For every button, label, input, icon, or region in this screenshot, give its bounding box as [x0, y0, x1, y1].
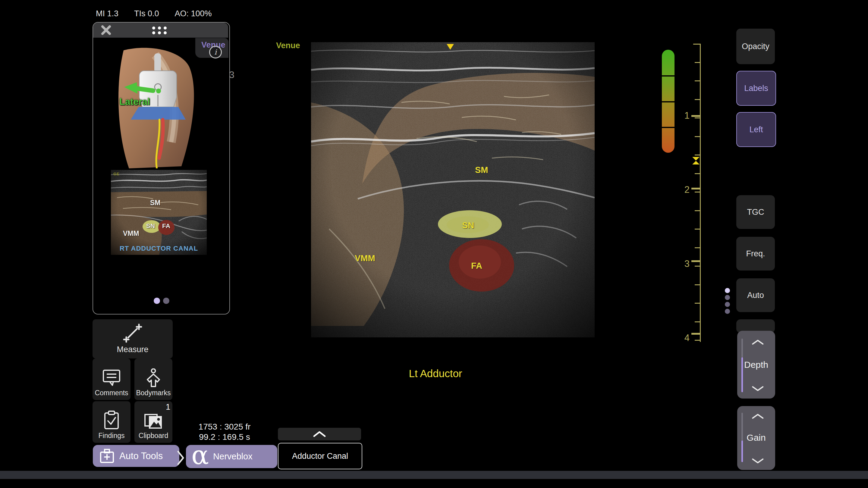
ge-logo: GE — [113, 172, 120, 176]
toolbox-icon — [99, 449, 115, 463]
chevron-right-icon — [177, 450, 185, 466]
page-dot[interactable] — [725, 302, 730, 307]
acoustic-output-status: MI 1.3 TIs 0.0 AO: 100% — [96, 9, 212, 19]
page-dot-active[interactable] — [154, 298, 160, 304]
thumb-label-sn: SN — [146, 222, 155, 230]
preset-label: Adductor Canal — [292, 452, 348, 461]
scan-label-sm: SM — [475, 165, 488, 175]
colorbar-divider — [662, 101, 675, 102]
drag-grid-icon[interactable] — [152, 26, 167, 35]
probe-direction-label: Lateral — [119, 96, 150, 107]
depth-track-fill — [741, 357, 743, 392]
tis-value: TIs 0.0 — [134, 9, 159, 19]
comment-bubble-icon — [102, 369, 121, 387]
gain-control[interactable]: Gain — [737, 406, 775, 470]
gain-up-icon[interactable] — [751, 413, 764, 419]
reference-thumbnail-image — [111, 170, 207, 255]
probe-orientation-marker — [447, 44, 454, 50]
freq-button[interactable]: Freq. — [736, 237, 775, 270]
venue-brand-label: Venue — [276, 41, 300, 50]
thumb-label-sm: SM — [150, 199, 161, 207]
ruler-mark-2: 2 — [678, 184, 689, 195]
findings-button[interactable]: Findings — [93, 401, 130, 443]
ruler-mark-1: 1 — [678, 110, 689, 121]
bodymarks-button[interactable]: Bodymarks — [134, 358, 173, 400]
page-dot[interactable] — [163, 298, 169, 304]
taskbar-strip — [0, 471, 868, 479]
thumb-label-fa: FA — [162, 222, 170, 230]
nerveblox-alpha-icon: α — [191, 446, 209, 464]
depth-up-icon[interactable] — [751, 339, 764, 345]
reference-thumbnail[interactable] — [111, 170, 207, 255]
scan-label-fa: FA — [471, 261, 482, 271]
measure-button[interactable]: Measure — [93, 319, 173, 358]
scan-label-vmm: VMM — [355, 253, 375, 263]
opacity-button[interactable]: Opacity — [736, 29, 775, 64]
clipped-text: 3 — [229, 69, 235, 80]
scan-label-sn: SN — [462, 221, 474, 230]
measure-label: Measure — [117, 345, 148, 354]
depth-ruler-major-ticks — [691, 44, 700, 340]
frame-counter: 1753 : 3025 fr — [184, 422, 265, 432]
depth-track — [741, 338, 743, 357]
preset-expander-button[interactable] — [278, 428, 361, 441]
colorbar-divider — [662, 127, 675, 128]
clipboard-count-badge: 1 — [166, 402, 170, 412]
nerveblox-label: Nerveblox — [213, 452, 253, 461]
thumb-label-vmm: VMM — [123, 230, 139, 238]
ultrasound-image[interactable] — [311, 42, 595, 337]
nerveblox-button[interactable]: α Nerveblox — [186, 445, 277, 468]
gain-down-icon[interactable] — [751, 458, 764, 464]
comments-label: Comments — [95, 389, 128, 397]
gain-track — [741, 413, 743, 441]
tgc-button[interactable]: TGC — [736, 195, 775, 229]
scan-annotation: Lt Adductor — [393, 367, 478, 380]
findings-label: Findings — [98, 432, 125, 440]
auto-button[interactable]: Auto — [736, 278, 775, 312]
bodymarks-label: Bodymarks — [136, 389, 170, 397]
info-icon[interactable]: i — [209, 46, 222, 59]
depth-ruler — [700, 44, 701, 342]
depth-down-icon[interactable] — [751, 386, 764, 392]
controls-page-indicator[interactable] — [725, 288, 730, 314]
focus-marker-icon[interactable] — [692, 161, 700, 164]
ultrasound-render — [311, 42, 595, 337]
auto-tools-button[interactable]: Auto Tools — [93, 445, 179, 467]
guidance-panel-header — [93, 23, 228, 38]
auto-tools-label: Auto Tools — [119, 451, 163, 461]
caliper-icon — [123, 323, 143, 343]
bodymark-person-icon — [146, 368, 161, 387]
thumb-caption: RT ADDUCTOR CANAL — [111, 245, 207, 253]
page-dot[interactable] — [725, 309, 730, 314]
gain-track-fill — [741, 441, 743, 462]
findings-clipboard-icon — [103, 411, 120, 430]
preset-button[interactable]: Adductor Canal — [278, 443, 362, 469]
close-icon[interactable] — [100, 24, 112, 36]
depth-control[interactable]: Depth — [737, 331, 775, 398]
panel-page-indicator[interactable] — [154, 298, 169, 304]
cine-counter: 1753 : 3025 fr 99.2 : 169.5 s — [184, 422, 265, 442]
page-dot-active[interactable] — [725, 288, 730, 293]
labels-button[interactable]: Labels — [736, 71, 776, 106]
clipboard-label: Clipboard — [138, 432, 168, 440]
ruler-mark-4: 4 — [678, 332, 689, 344]
mi-value: MI 1.3 — [96, 9, 119, 19]
colorbar-divider — [662, 75, 675, 76]
page-dot[interactable] — [725, 295, 730, 300]
ruler-mark-3: 3 — [678, 258, 689, 269]
ao-value: AO: 100% — [175, 9, 212, 19]
comments-button[interactable]: Comments — [93, 358, 130, 400]
chevron-up-icon — [312, 430, 327, 438]
clipboard-images-icon — [144, 412, 163, 430]
focus-marker-icon[interactable] — [692, 157, 700, 161]
left-button[interactable]: Left — [736, 112, 776, 147]
